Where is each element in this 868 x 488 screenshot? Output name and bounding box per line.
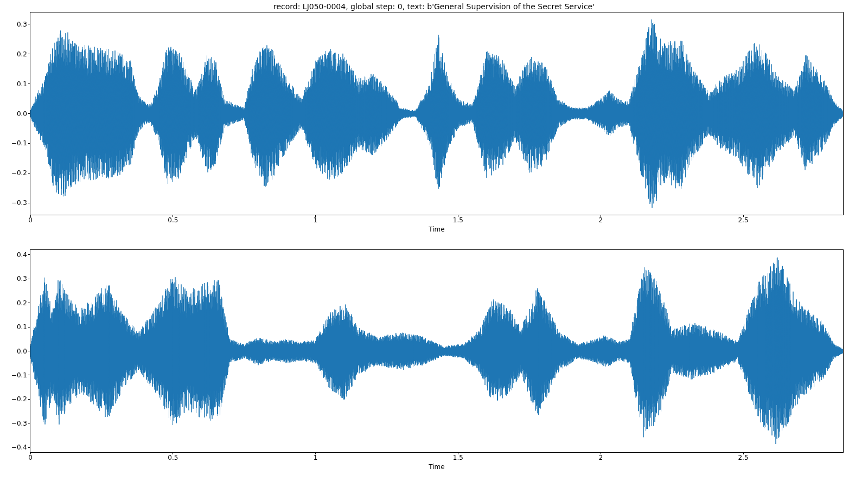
ytick-mark [28,84,30,84]
ytick-mark [28,254,30,255]
ytick-mark [28,303,30,303]
waveform-top-plot [30,12,843,215]
ytick-mark [28,327,30,328]
ytick-label: −0.3 [11,200,30,206]
ytick-label: −0.1 [11,140,30,146]
xtick-mark [173,452,173,454]
xtick-mark [173,215,173,217]
xtick-mark [315,215,316,217]
xlabel-bottom: Time [429,463,444,471]
xtick-mark [458,215,458,217]
ytick-mark [28,173,30,174]
ytick-mark [28,113,30,114]
waveform-bottom-axes: Time −0.4−0.3−0.2−0.10.00.10.20.30.400.5… [30,249,844,453]
xtick-mark [315,452,316,454]
xtick-mark [30,452,31,454]
ytick-mark [28,399,30,400]
waveform-line [30,20,843,208]
ytick-mark [28,351,30,351]
ytick-mark [28,24,30,24]
ytick-label: −0.3 [11,420,30,427]
waveform-line [30,258,843,444]
ytick-mark [28,143,30,144]
ytick-label: −0.2 [11,170,30,176]
ytick-mark [28,54,30,54]
ytick-mark [28,375,30,375]
xtick-mark [601,215,601,217]
ytick-mark [28,279,30,279]
xtick-mark [30,215,31,217]
xtick-mark [458,452,458,454]
figure-title: record: LJ050-0004, global step: 0, text… [0,2,868,11]
ytick-mark [28,447,30,448]
ytick-mark [28,203,30,203]
ytick-label: −0.2 [11,396,30,402]
waveform-top-axes: Time −0.3−0.2−0.10.00.10.20.300.511.522.… [30,12,844,215]
figure: record: LJ050-0004, global step: 0, text… [0,0,868,488]
xtick-mark [601,452,601,454]
xlabel-top: Time [429,226,444,233]
xtick-mark [743,452,744,454]
ytick-mark [28,423,30,423]
ytick-label: −0.1 [11,372,30,378]
ytick-label: −0.4 [11,444,30,451]
waveform-bottom-plot [30,250,843,452]
xtick-mark [743,215,744,217]
